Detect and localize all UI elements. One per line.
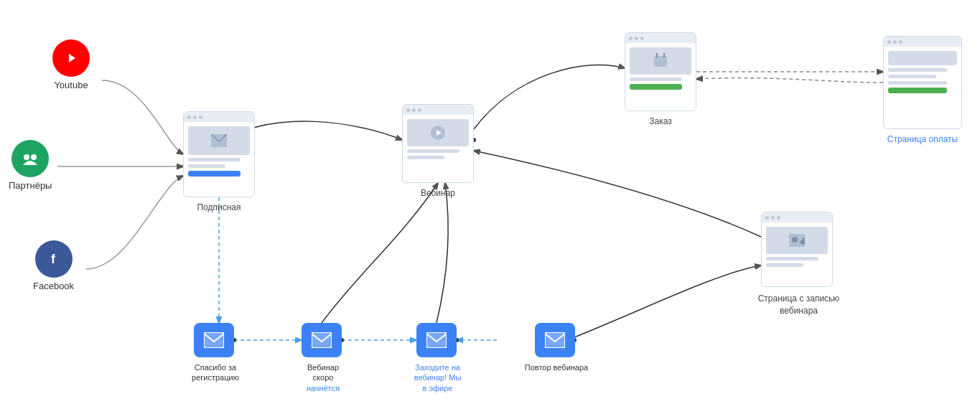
card-btn-oplaty — [888, 88, 947, 93]
card-body — [625, 43, 696, 94]
source-partners: Партнёры — [9, 140, 52, 191]
partners-circle — [11, 140, 49, 177]
card-btn-signup — [188, 171, 241, 177]
svg-point-8 — [24, 154, 29, 160]
canvas: Youtube Партнёры f Facebook — [0, 0, 980, 409]
card-line-1 — [888, 68, 947, 72]
email-spasibo — [194, 323, 234, 357]
card-line-2 — [888, 75, 936, 78]
email-vebinar-skoro-label: Вебинарскороначнётся — [291, 362, 355, 393]
svg-rect-18 — [204, 332, 224, 348]
source-facebook: f Facebook — [33, 240, 74, 291]
card-header — [625, 33, 696, 43]
card-line-2 — [407, 156, 444, 159]
card-line-2 — [766, 263, 803, 267]
svg-rect-24 — [545, 332, 565, 348]
card-line-3 — [888, 81, 947, 85]
card-btn-zakaz — [630, 84, 682, 90]
card-line-1 — [407, 149, 459, 153]
facebook-label: Facebook — [33, 281, 74, 291]
card-body — [762, 222, 832, 271]
card-body — [403, 115, 473, 164]
stranica-zapisi-label: Страница с записью вебинара — [757, 293, 840, 317]
email-spasibo-label: Спасибо за регистрацию — [183, 362, 248, 383]
card-header — [403, 105, 473, 115]
card-header — [884, 37, 961, 47]
svg-text:f: f — [51, 252, 56, 266]
stranica-oplaty-label: Страница оплаты — [883, 134, 962, 144]
email-zahodite-label: Заходите навебинар! Мыв эфире — [403, 362, 472, 393]
facebook-circle: f — [35, 240, 73, 278]
svg-point-17 — [792, 237, 798, 243]
source-youtube: Youtube — [52, 39, 90, 90]
svg-point-7 — [19, 148, 41, 169]
arrows-layer — [0, 0, 980, 409]
svg-rect-15 — [654, 56, 667, 67]
youtube-label: Youtube — [54, 80, 88, 90]
youtube-circle — [52, 39, 90, 77]
email-povtor-label: Повтор вебинара — [524, 362, 589, 372]
card-header — [184, 112, 254, 122]
card-line-1 — [766, 257, 818, 260]
card-line-1 — [188, 158, 241, 161]
card-header — [762, 212, 832, 222]
stranica-oplaty-card — [883, 36, 962, 129]
card-line-1 — [630, 77, 682, 81]
vebinar-label: Вебинар — [402, 188, 474, 198]
svg-point-9 — [31, 154, 37, 160]
stranica-zapisi-card — [761, 212, 833, 287]
podpisnaya-label: Подписная — [183, 202, 255, 212]
email-vebinar-skoro — [302, 323, 342, 357]
zakaz-label: Заказ — [625, 116, 696, 126]
partners-label: Партнёры — [9, 180, 52, 191]
email-povtor — [535, 323, 575, 357]
card-line-2 — [188, 164, 225, 168]
svg-rect-22 — [426, 332, 447, 348]
podpisnaya-card — [183, 111, 255, 197]
svg-rect-20 — [312, 332, 332, 348]
vebinar-card — [402, 104, 474, 183]
card-body — [884, 47, 961, 98]
zakaz-card — [625, 32, 696, 111]
email-zahodite — [416, 323, 457, 357]
card-body — [184, 122, 254, 181]
